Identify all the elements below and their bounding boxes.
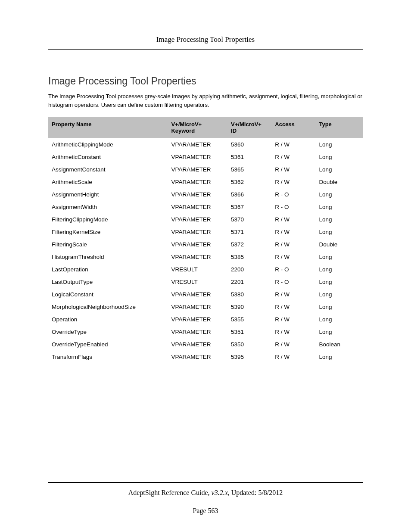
cell-name: TransformFlags (48, 351, 168, 363)
cell-type: Long (315, 188, 363, 201)
cell-name: AssignmentWidth (48, 201, 168, 213)
table-row: ArithmeticScaleVPARAMETER5362R / WDouble (48, 176, 363, 188)
cell-id: 5365 (227, 163, 271, 176)
table-row: MorphologicalNeighborhoodSizeVPARAMETER5… (48, 301, 363, 313)
cell-name: FilteringScale (48, 238, 168, 251)
cell-keyword: VPARAMETER (168, 301, 227, 313)
cell-id: 5367 (227, 201, 271, 213)
cell-access: R / W (271, 251, 315, 263)
cell-type: Long (315, 313, 363, 326)
cell-name: OverrideTypeEnabled (48, 338, 168, 351)
cell-access: R / W (271, 226, 315, 238)
page: Image Processing Tool Properties Image P… (0, 0, 411, 532)
cell-name: AssignmentHeight (48, 188, 168, 201)
cell-type: Double (315, 176, 363, 188)
table-row: AssignmentHeightVPARAMETER5366R - OLong (48, 188, 363, 201)
cell-access: R / W (271, 138, 315, 151)
cell-id: 5371 (227, 226, 271, 238)
cell-access: R / W (271, 351, 315, 363)
cell-type: Long (315, 138, 363, 151)
th-keyword: V+/MicroV+ Keyword (168, 117, 227, 138)
table-row: LastOperationVRESULT2200R - OLong (48, 263, 363, 276)
table-row: TransformFlagsVPARAMETER5395R / WLong (48, 351, 363, 363)
cell-name: ArithmeticClippingMode (48, 138, 168, 151)
cell-keyword: VPARAMETER (168, 138, 227, 151)
cell-id: 2201 (227, 276, 271, 288)
cell-access: R / W (271, 151, 315, 163)
table-row: AssignmentWidthVPARAMETER5367R - OLong (48, 201, 363, 213)
cell-keyword: VPARAMETER (168, 326, 227, 338)
table-row: ArithmeticClippingModeVPARAMETER5360R / … (48, 138, 363, 151)
section-intro: The Image Processing Tool processes grey… (48, 92, 363, 109)
cell-name: ArithmeticConstant (48, 151, 168, 163)
footer-updated: , Updated: 5/8/2012 (228, 489, 283, 496)
cell-id: 5362 (227, 176, 271, 188)
table-row: LastOutputTypeVRESULT2201R - OLong (48, 276, 363, 288)
cell-access: R / W (271, 163, 315, 176)
cell-keyword: VPARAMETER (168, 338, 227, 351)
cell-keyword: VPARAMETER (168, 288, 227, 301)
cell-id: 5366 (227, 188, 271, 201)
table-row: ArithmeticConstantVPARAMETER5361R / WLon… (48, 151, 363, 163)
cell-type: Long (315, 326, 363, 338)
footer-rule (48, 482, 363, 483)
table-row: OperationVPARAMETER5355R / WLong (48, 313, 363, 326)
cell-type: Boolean (315, 338, 363, 351)
cell-type: Long (315, 251, 363, 263)
footer-page-number: Page 563 (48, 507, 363, 515)
cell-id: 5351 (227, 326, 271, 338)
cell-access: R / W (271, 213, 315, 226)
cell-keyword: VPARAMETER (168, 251, 227, 263)
cell-keyword: VPARAMETER (168, 176, 227, 188)
cell-keyword: VPARAMETER (168, 226, 227, 238)
cell-type: Long (315, 301, 363, 313)
cell-id: 2200 (227, 263, 271, 276)
footer-version: , v3.2.x (208, 489, 228, 496)
cell-name: ArithmeticScale (48, 176, 168, 188)
cell-access: R - O (271, 188, 315, 201)
properties-table: Property Name V+/MicroV+ Keyword V+/Micr… (48, 117, 363, 363)
page-footer: AdeptSight Reference Guide, v3.2.x, Upda… (48, 482, 363, 515)
cell-name: MorphologicalNeighborhoodSize (48, 301, 168, 313)
cell-name: LastOutputType (48, 276, 168, 288)
cell-name: AssignmentConstant (48, 163, 168, 176)
cell-keyword: VPARAMETER (168, 213, 227, 226)
cell-access: R / W (271, 176, 315, 188)
cell-access: R / W (271, 326, 315, 338)
cell-type: Long (315, 351, 363, 363)
cell-id: 5361 (227, 151, 271, 163)
cell-access: R / W (271, 238, 315, 251)
table-row: FilteringScaleVPARAMETER5372R / WDouble (48, 238, 363, 251)
cell-id: 5350 (227, 338, 271, 351)
cell-keyword: VPARAMETER (168, 313, 227, 326)
cell-keyword: VPARAMETER (168, 151, 227, 163)
cell-id: 5385 (227, 251, 271, 263)
cell-id: 5370 (227, 213, 271, 226)
cell-access: R - O (271, 276, 315, 288)
table-row: FilteringClippingModeVPARAMETER5370R / W… (48, 213, 363, 226)
table-row: HistogramThresholdVPARAMETER5385R / WLon… (48, 251, 363, 263)
cell-id: 5380 (227, 288, 271, 301)
section-title: Image Processing Tool Properties (48, 75, 363, 87)
cell-type: Long (315, 201, 363, 213)
cell-keyword: VPARAMETER (168, 188, 227, 201)
cell-type: Long (315, 276, 363, 288)
cell-name: LastOperation (48, 263, 168, 276)
table-header-row: Property Name V+/MicroV+ Keyword V+/Micr… (48, 117, 363, 138)
cell-name: Operation (48, 313, 168, 326)
cell-name: HistogramThreshold (48, 251, 168, 263)
running-header: Image Processing Tool Properties (48, 35, 363, 50)
cell-type: Double (315, 238, 363, 251)
cell-access: R - O (271, 263, 315, 276)
cell-id: 5355 (227, 313, 271, 326)
cell-type: Long (315, 151, 363, 163)
table-row: OverrideTypeEnabledVPARAMETER5350R / WBo… (48, 338, 363, 351)
th-id: V+/MicroV+ ID (227, 117, 271, 138)
cell-keyword: VRESULT (168, 276, 227, 288)
cell-name: FilteringKernelSize (48, 226, 168, 238)
cell-type: Long (315, 263, 363, 276)
footer-guide-name: AdeptSight Reference Guide (128, 489, 208, 496)
cell-keyword: VPARAMETER (168, 351, 227, 363)
th-access: Access (271, 117, 315, 138)
cell-type: Long (315, 213, 363, 226)
